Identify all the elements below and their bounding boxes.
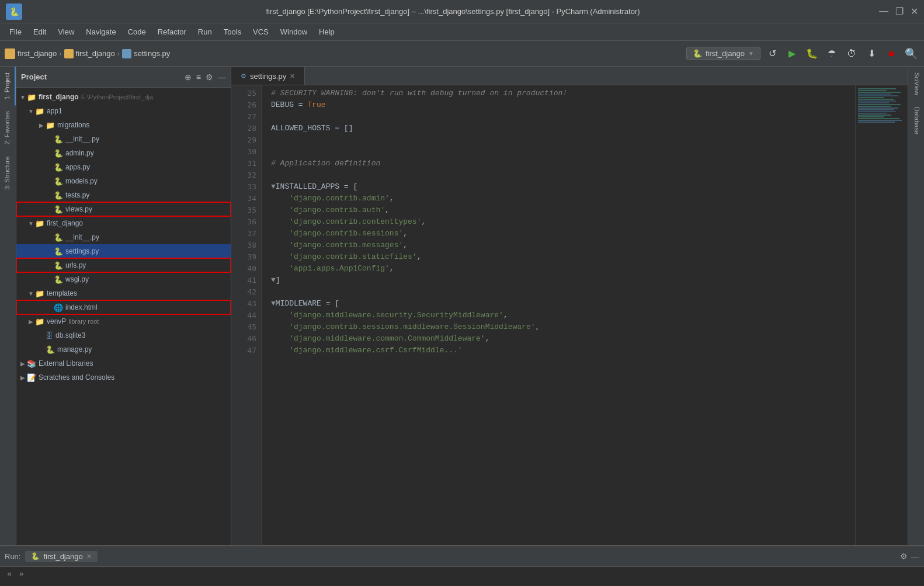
tree-app1[interactable]: ▼ 📁 app1 [16,104,231,118]
project-scope-icon[interactable]: ⊕ [185,72,192,82]
run-arrow-left[interactable]: « [5,569,14,578]
bottom-minimize-icon[interactable]: — [911,552,919,561]
tree-scratches[interactable]: ▶ 📝 Scratches and Consoles [16,370,231,384]
breadcrumb-folder-icon [64,49,74,58]
run-tab-close[interactable]: ✕ [86,553,92,560]
tree-models[interactable]: ▶ 🐍 models.py [16,174,231,188]
tree-db[interactable]: ▶ 🗄 db.sqlite3 [16,328,231,342]
migrations-name: migrations [57,121,89,129]
coverage-button[interactable]: ☂ [824,46,840,62]
root-folder-icon: 📁 [27,93,36,102]
apps-name: apps.py [65,163,90,171]
code-line-43: ▼MIDDLEWARE = [ [271,298,855,310]
run-tab[interactable]: 🐍 first_django ✕ [25,551,97,562]
minimize-button[interactable]: — [879,6,888,17]
left-sidebar-tabs: 1: Project 2: Favorites 3: Structure [0,67,16,545]
menu-vcs[interactable]: VCS [248,26,273,37]
right-tab-database[interactable]: Database [908,101,924,140]
code-line-35: 'django.contrib.auth', [271,204,855,216]
right-tab-sciview[interactable]: SciView [908,67,924,101]
profile-button[interactable]: ⏱ [843,46,860,62]
maximize-button[interactable]: ❐ [895,6,904,17]
menu-help[interactable]: Help [314,26,339,37]
stop-button[interactable]: ■ [883,46,899,62]
tree-apps[interactable]: ▶ 🐍 apps.py [16,160,231,174]
code-line-34: 'django.contrib.admin', [271,193,855,204]
line-numbers: 25 26 27 28 29 30 31 32 33 34 35 36 37 3… [231,85,262,545]
urls-name: urls.py [65,261,86,269]
menu-edit[interactable]: Edit [29,26,51,37]
tree-wsgi[interactable]: ▶ 🐍 wsgi.py [16,272,231,286]
db-icon: 🗄 [46,331,53,340]
tree-admin[interactable]: ▶ 🐍 admin.py [16,146,231,160]
right-sidebar-tabs: SciView Database [908,67,924,545]
debug-button[interactable]: 🐛 [804,46,820,62]
tree-fd-init[interactable]: ▶ 🐍 __init__.py [16,230,231,244]
code-line-47: 'django.middleware.csrf.CsrfMiddle...' [271,345,855,356]
tree-views[interactable]: ▶ 🐍 views.py [16,202,231,216]
editor-tab-settings[interactable]: ⚙ settings.py ✕ [231,67,305,85]
code-line-25: # SECURITY WARNING: don't run with debug… [271,88,855,99]
menu-code[interactable]: Code [123,26,151,37]
fd-init-icon: 🐍 [54,233,63,242]
tree-first-django[interactable]: ▼ 📁 first_django [16,216,231,230]
tree-templates[interactable]: ▼ 📁 templates [16,286,231,300]
sidebar-tab-project[interactable]: 1: Project [0,67,16,105]
ln-45: 45 [231,321,256,333]
templates-arrow: ▼ [27,290,35,297]
code-line-26: DEBUG = True [271,99,855,111]
menu-run[interactable]: Run [193,26,217,37]
ln-32: 32 [231,169,256,181]
vcs-update-button[interactable]: ⬇ [863,46,880,62]
code-lines[interactable]: # SECURITY WARNING: don't run with debug… [262,85,855,545]
breadcrumb-project[interactable]: first_django [18,49,57,58]
models-name: models.py [65,177,98,185]
breadcrumb-file-icon [122,49,131,58]
search-everywhere-button[interactable]: 🔍 [903,46,919,62]
ln-31: 31 [231,158,256,169]
project-hide-icon[interactable]: — [218,72,226,82]
tree-settings[interactable]: ▶ 🐍 settings.py [16,244,231,258]
run-arrow-right[interactable]: » [16,569,26,578]
menu-view[interactable]: View [53,26,79,37]
tree-manage[interactable]: ▶ 🐍 manage.py [16,342,231,356]
menu-file[interactable]: File [5,26,26,37]
ln-39: 39 [231,251,256,263]
wsgi-icon: 🐍 [54,275,63,284]
sidebar-tab-favorites[interactable]: 2: Favorites [0,105,16,150]
project-panel-header: Project ⊕ ≡ ⚙ — [16,67,231,88]
run-button[interactable]: ▶ [784,46,800,62]
tree-root[interactable]: ▼ 📁 first_django E:\PythonProject\first_… [16,90,231,104]
ln-47: 47 [231,345,256,356]
reload-button[interactable]: ↺ [764,46,780,62]
run-config-dropdown-icon: ▼ [748,50,754,57]
venvp-arrow: ▶ [27,318,35,325]
run-config-selector[interactable]: 🐍 first_django ▼ [686,47,760,60]
bottom-settings-icon[interactable]: ⚙ [900,552,908,561]
menu-tools[interactable]: Tools [219,26,246,37]
project-settings-icon[interactable]: ⚙ [206,72,213,82]
tree-external-libs[interactable]: ▶ 📚 External Libraries [16,356,231,370]
code-line-36: 'django.contrib.contenttypes', [271,216,855,228]
tree-tests[interactable]: ▶ 🐍 tests.py [16,188,231,202]
tab-settings-close[interactable]: ✕ [290,72,295,80]
breadcrumb-folder[interactable]: first_django [76,49,115,58]
code-line-39: 'django.contrib.staticfiles', [271,251,855,263]
tree-app1-init[interactable]: ▶ 🐍 __init__.py [16,132,231,146]
tree-venvp[interactable]: ▶ 📁 venvP library root [16,314,231,328]
tree-index-html[interactable]: ▶ 🌐 index.html [16,300,231,314]
project-collapse-icon[interactable]: ≡ [196,72,201,82]
ln-42: 42 [231,286,256,298]
tree-urls[interactable]: ▶ 🐍 urls.py [16,258,231,272]
close-button[interactable]: ✕ [911,6,918,17]
menu-refactor[interactable]: Refactor [153,26,191,37]
code-line-28: ALLOWED_HOSTS = [] [271,123,855,134]
sidebar-tab-structure[interactable]: 3: Structure [0,151,16,196]
templates-folder-icon: 📁 [35,289,44,298]
tree-migrations[interactable]: ▶ 📁 migrations [16,118,231,132]
menu-navigate[interactable]: Navigate [81,26,120,37]
editor-content[interactable]: 25 26 27 28 29 30 31 32 33 34 35 36 37 3… [231,85,908,545]
menu-window[interactable]: Window [276,26,312,37]
project-panel-title: Project [21,72,180,81]
breadcrumb-file[interactable]: settings.py [134,49,170,58]
